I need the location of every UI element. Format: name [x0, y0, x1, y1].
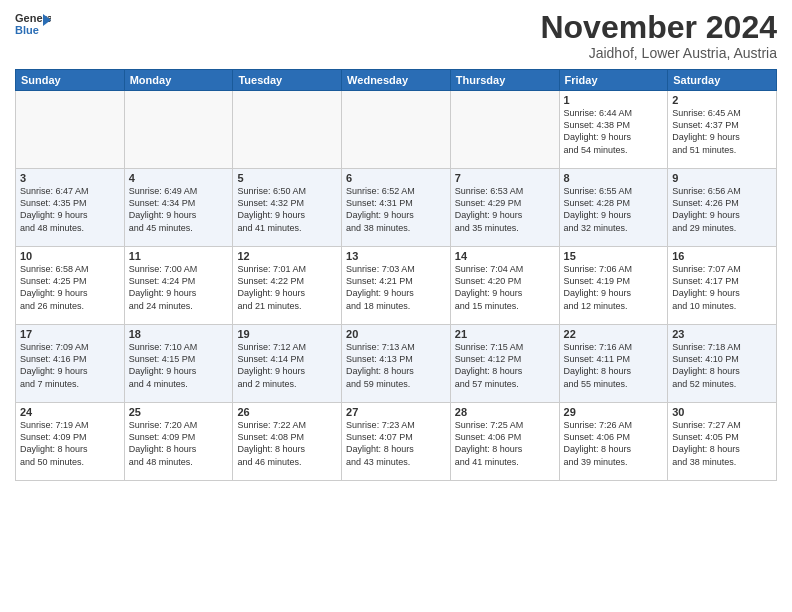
- calendar-week-3: 10Sunrise: 6:58 AM Sunset: 4:25 PM Dayli…: [16, 247, 777, 325]
- day-number: 30: [672, 406, 772, 418]
- calendar-week-4: 17Sunrise: 7:09 AM Sunset: 4:16 PM Dayli…: [16, 325, 777, 403]
- day-number: 7: [455, 172, 555, 184]
- day-info: Sunrise: 6:52 AM Sunset: 4:31 PM Dayligh…: [346, 185, 446, 234]
- day-info: Sunrise: 7:03 AM Sunset: 4:21 PM Dayligh…: [346, 263, 446, 312]
- table-row: 1Sunrise: 6:44 AM Sunset: 4:38 PM Daylig…: [559, 91, 668, 169]
- table-row: 20Sunrise: 7:13 AM Sunset: 4:13 PM Dayli…: [342, 325, 451, 403]
- table-row: [342, 91, 451, 169]
- table-row: 19Sunrise: 7:12 AM Sunset: 4:14 PM Dayli…: [233, 325, 342, 403]
- table-row: 6Sunrise: 6:52 AM Sunset: 4:31 PM Daylig…: [342, 169, 451, 247]
- col-saturday: Saturday: [668, 70, 777, 91]
- day-info: Sunrise: 6:45 AM Sunset: 4:37 PM Dayligh…: [672, 107, 772, 156]
- table-row: 11Sunrise: 7:00 AM Sunset: 4:24 PM Dayli…: [124, 247, 233, 325]
- day-info: Sunrise: 7:04 AM Sunset: 4:20 PM Dayligh…: [455, 263, 555, 312]
- day-number: 11: [129, 250, 229, 262]
- table-row: 15Sunrise: 7:06 AM Sunset: 4:19 PM Dayli…: [559, 247, 668, 325]
- day-info: Sunrise: 6:56 AM Sunset: 4:26 PM Dayligh…: [672, 185, 772, 234]
- table-row: 8Sunrise: 6:55 AM Sunset: 4:28 PM Daylig…: [559, 169, 668, 247]
- calendar-week-5: 24Sunrise: 7:19 AM Sunset: 4:09 PM Dayli…: [16, 403, 777, 481]
- table-row: 4Sunrise: 6:49 AM Sunset: 4:34 PM Daylig…: [124, 169, 233, 247]
- header: General Blue November 2024 Jaidhof, Lowe…: [15, 10, 777, 61]
- day-number: 23: [672, 328, 772, 340]
- header-row: Sunday Monday Tuesday Wednesday Thursday…: [16, 70, 777, 91]
- day-info: Sunrise: 6:47 AM Sunset: 4:35 PM Dayligh…: [20, 185, 120, 234]
- day-info: Sunrise: 7:00 AM Sunset: 4:24 PM Dayligh…: [129, 263, 229, 312]
- day-info: Sunrise: 7:18 AM Sunset: 4:10 PM Dayligh…: [672, 341, 772, 390]
- logo: General Blue: [15, 10, 51, 38]
- day-number: 24: [20, 406, 120, 418]
- table-row: 5Sunrise: 6:50 AM Sunset: 4:32 PM Daylig…: [233, 169, 342, 247]
- generalblue-icon: General Blue: [15, 10, 51, 38]
- day-number: 3: [20, 172, 120, 184]
- col-wednesday: Wednesday: [342, 70, 451, 91]
- day-number: 10: [20, 250, 120, 262]
- day-number: 27: [346, 406, 446, 418]
- day-info: Sunrise: 7:10 AM Sunset: 4:15 PM Dayligh…: [129, 341, 229, 390]
- day-info: Sunrise: 6:49 AM Sunset: 4:34 PM Dayligh…: [129, 185, 229, 234]
- day-number: 25: [129, 406, 229, 418]
- col-friday: Friday: [559, 70, 668, 91]
- day-info: Sunrise: 7:25 AM Sunset: 4:06 PM Dayligh…: [455, 419, 555, 468]
- day-info: Sunrise: 7:13 AM Sunset: 4:13 PM Dayligh…: [346, 341, 446, 390]
- col-monday: Monday: [124, 70, 233, 91]
- table-row: 17Sunrise: 7:09 AM Sunset: 4:16 PM Dayli…: [16, 325, 125, 403]
- day-number: 4: [129, 172, 229, 184]
- month-title: November 2024: [540, 10, 777, 45]
- day-number: 21: [455, 328, 555, 340]
- table-row: 29Sunrise: 7:26 AM Sunset: 4:06 PM Dayli…: [559, 403, 668, 481]
- calendar-body: 1Sunrise: 6:44 AM Sunset: 4:38 PM Daylig…: [16, 91, 777, 481]
- table-row: 7Sunrise: 6:53 AM Sunset: 4:29 PM Daylig…: [450, 169, 559, 247]
- table-row: 14Sunrise: 7:04 AM Sunset: 4:20 PM Dayli…: [450, 247, 559, 325]
- day-number: 6: [346, 172, 446, 184]
- day-number: 13: [346, 250, 446, 262]
- day-info: Sunrise: 7:15 AM Sunset: 4:12 PM Dayligh…: [455, 341, 555, 390]
- table-row: 16Sunrise: 7:07 AM Sunset: 4:17 PM Dayli…: [668, 247, 777, 325]
- day-number: 26: [237, 406, 337, 418]
- table-row: 25Sunrise: 7:20 AM Sunset: 4:09 PM Dayli…: [124, 403, 233, 481]
- day-info: Sunrise: 7:12 AM Sunset: 4:14 PM Dayligh…: [237, 341, 337, 390]
- table-row: 9Sunrise: 6:56 AM Sunset: 4:26 PM Daylig…: [668, 169, 777, 247]
- table-row: 2Sunrise: 6:45 AM Sunset: 4:37 PM Daylig…: [668, 91, 777, 169]
- table-row: 24Sunrise: 7:19 AM Sunset: 4:09 PM Dayli…: [16, 403, 125, 481]
- day-number: 14: [455, 250, 555, 262]
- table-row: 22Sunrise: 7:16 AM Sunset: 4:11 PM Dayli…: [559, 325, 668, 403]
- day-number: 22: [564, 328, 664, 340]
- day-number: 9: [672, 172, 772, 184]
- day-info: Sunrise: 7:16 AM Sunset: 4:11 PM Dayligh…: [564, 341, 664, 390]
- day-info: Sunrise: 7:19 AM Sunset: 4:09 PM Dayligh…: [20, 419, 120, 468]
- day-info: Sunrise: 7:01 AM Sunset: 4:22 PM Dayligh…: [237, 263, 337, 312]
- table-row: 13Sunrise: 7:03 AM Sunset: 4:21 PM Dayli…: [342, 247, 451, 325]
- day-info: Sunrise: 6:55 AM Sunset: 4:28 PM Dayligh…: [564, 185, 664, 234]
- day-info: Sunrise: 7:26 AM Sunset: 4:06 PM Dayligh…: [564, 419, 664, 468]
- title-block: November 2024 Jaidhof, Lower Austria, Au…: [540, 10, 777, 61]
- table-row: 23Sunrise: 7:18 AM Sunset: 4:10 PM Dayli…: [668, 325, 777, 403]
- table-row: 12Sunrise: 7:01 AM Sunset: 4:22 PM Dayli…: [233, 247, 342, 325]
- day-info: Sunrise: 6:53 AM Sunset: 4:29 PM Dayligh…: [455, 185, 555, 234]
- day-info: Sunrise: 6:50 AM Sunset: 4:32 PM Dayligh…: [237, 185, 337, 234]
- day-number: 29: [564, 406, 664, 418]
- day-number: 8: [564, 172, 664, 184]
- table-row: 18Sunrise: 7:10 AM Sunset: 4:15 PM Dayli…: [124, 325, 233, 403]
- day-number: 1: [564, 94, 664, 106]
- day-number: 5: [237, 172, 337, 184]
- calendar-table: Sunday Monday Tuesday Wednesday Thursday…: [15, 69, 777, 481]
- day-number: 16: [672, 250, 772, 262]
- day-number: 12: [237, 250, 337, 262]
- day-info: Sunrise: 6:58 AM Sunset: 4:25 PM Dayligh…: [20, 263, 120, 312]
- day-info: Sunrise: 7:06 AM Sunset: 4:19 PM Dayligh…: [564, 263, 664, 312]
- day-info: Sunrise: 7:22 AM Sunset: 4:08 PM Dayligh…: [237, 419, 337, 468]
- table-row: 21Sunrise: 7:15 AM Sunset: 4:12 PM Dayli…: [450, 325, 559, 403]
- table-row: 10Sunrise: 6:58 AM Sunset: 4:25 PM Dayli…: [16, 247, 125, 325]
- col-sunday: Sunday: [16, 70, 125, 91]
- day-info: Sunrise: 6:44 AM Sunset: 4:38 PM Dayligh…: [564, 107, 664, 156]
- table-row: 26Sunrise: 7:22 AM Sunset: 4:08 PM Dayli…: [233, 403, 342, 481]
- day-number: 15: [564, 250, 664, 262]
- location-subtitle: Jaidhof, Lower Austria, Austria: [540, 45, 777, 61]
- col-tuesday: Tuesday: [233, 70, 342, 91]
- table-row: [233, 91, 342, 169]
- svg-text:Blue: Blue: [15, 24, 39, 36]
- day-number: 20: [346, 328, 446, 340]
- table-row: 27Sunrise: 7:23 AM Sunset: 4:07 PM Dayli…: [342, 403, 451, 481]
- calendar-week-2: 3Sunrise: 6:47 AM Sunset: 4:35 PM Daylig…: [16, 169, 777, 247]
- calendar-week-1: 1Sunrise: 6:44 AM Sunset: 4:38 PM Daylig…: [16, 91, 777, 169]
